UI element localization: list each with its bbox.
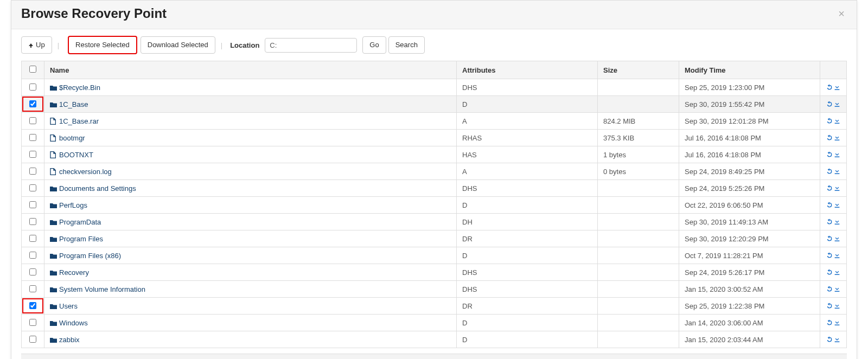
restore-icon[interactable] [826, 117, 833, 125]
folder-icon [50, 268, 58, 277]
restore-selected-button[interactable]: Restore Selected [68, 36, 137, 54]
download-icon[interactable] [833, 100, 841, 108]
restore-icon[interactable] [826, 151, 833, 159]
row-checkbox[interactable] [29, 134, 36, 141]
table-row: Program FilesDRSep 30, 2019 12:20:29 PM [22, 230, 847, 247]
download-icon[interactable] [833, 268, 841, 277]
row-name-text: BOOTNXT [59, 151, 93, 159]
restore-icon[interactable] [826, 168, 833, 176]
row-actions [820, 281, 847, 298]
row-checkbox[interactable] [29, 117, 36, 124]
row-name-link[interactable]: System Volume Information [50, 285, 145, 293]
download-icon[interactable] [833, 285, 841, 293]
restore-icon[interactable] [826, 201, 833, 209]
search-button[interactable]: Search [388, 36, 425, 54]
row-name-link[interactable]: $Recycle.Bin [50, 84, 100, 92]
row-checkbox[interactable] [29, 151, 36, 158]
row-name-text: Program Files (x86) [59, 252, 121, 260]
table-row: zabbixDJan 15, 2020 2:03:44 AM [22, 331, 847, 348]
row-checkbox[interactable] [29, 84, 36, 91]
row-name-link[interactable]: ProgramData [50, 218, 101, 226]
row-checkbox[interactable] [29, 268, 36, 275]
header-attributes[interactable]: Attributes [457, 61, 598, 79]
restore-icon[interactable] [826, 235, 833, 243]
restore-icon[interactable] [826, 100, 833, 108]
row-checkbox[interactable] [29, 100, 36, 107]
row-checkbox-cell [22, 163, 44, 180]
download-icon[interactable] [833, 235, 841, 243]
download-icon[interactable] [833, 336, 841, 344]
row-name-link[interactable]: Documents and Settings [50, 184, 136, 193]
restore-icon[interactable] [826, 184, 833, 193]
row-name-link[interactable]: PerfLogs [50, 201, 87, 209]
row-actions [820, 298, 847, 315]
header-modify-time[interactable]: Modify Time [679, 61, 820, 79]
row-name-cell: Program Files (x86) [44, 247, 457, 264]
restore-icon[interactable] [826, 319, 833, 327]
location-input[interactable] [265, 38, 357, 53]
row-checkbox-cell [22, 281, 44, 298]
download-icon[interactable] [833, 319, 841, 327]
download-icon[interactable] [833, 151, 841, 159]
row-checkbox[interactable] [29, 168, 36, 175]
header-name[interactable]: Name [44, 61, 457, 79]
row-checkbox[interactable] [29, 302, 36, 309]
restore-icon[interactable] [826, 302, 833, 310]
table-row: RecoveryDHSSep 24, 2019 5:26:17 PM [22, 264, 847, 281]
row-actions [820, 113, 847, 130]
restore-icon[interactable] [826, 336, 833, 344]
row-name-link[interactable]: Windows [50, 319, 88, 327]
close-button[interactable]: × [836, 8, 847, 20]
download-icon[interactable] [833, 134, 841, 142]
row-actions [820, 163, 847, 180]
row-name-cell: System Volume Information [44, 281, 457, 298]
row-modify-time: Sep 30, 2019 1:55:42 PM [679, 96, 820, 113]
row-checkbox[interactable] [29, 285, 36, 292]
file-table: Name Attributes Size Modify Time $Recycl… [21, 61, 847, 348]
row-attributes: DR [457, 230, 598, 247]
row-checkbox[interactable] [29, 218, 36, 225]
go-button[interactable]: Go [362, 36, 386, 54]
row-name-link[interactable]: checkversion.log [50, 168, 112, 176]
restore-icon[interactable] [826, 252, 833, 260]
row-checkbox[interactable] [29, 319, 36, 326]
download-icon[interactable] [833, 168, 841, 176]
row-name-link[interactable]: Users [50, 302, 78, 310]
row-name-link[interactable]: Program Files (x86) [50, 252, 121, 260]
row-name-link[interactable]: 1C_Base.rar [50, 117, 99, 125]
download-icon[interactable] [833, 201, 841, 209]
restore-icon[interactable] [826, 218, 833, 226]
row-checkbox[interactable] [29, 184, 36, 191]
up-button[interactable]: Up [21, 36, 52, 54]
row-name-link[interactable]: Program Files [50, 235, 103, 243]
row-name-link[interactable]: bootmgr [50, 134, 85, 142]
select-all-checkbox[interactable] [29, 66, 36, 73]
row-checkbox[interactable] [29, 336, 36, 343]
download-icon[interactable] [833, 252, 841, 260]
download-icon[interactable] [833, 218, 841, 226]
row-checkbox[interactable] [29, 252, 36, 259]
download-icon[interactable] [833, 84, 841, 92]
header-size[interactable]: Size [598, 61, 679, 79]
restore-icon[interactable] [826, 134, 833, 142]
row-name-link[interactable]: BOOTNXT [50, 151, 93, 159]
row-checkbox-cell [22, 331, 44, 348]
row-name-link[interactable]: zabbix [50, 336, 80, 344]
row-checkbox-cell [22, 180, 44, 197]
download-selected-button[interactable]: Download Selected [141, 36, 215, 54]
row-actions [820, 130, 847, 146]
download-icon[interactable] [833, 184, 841, 193]
row-size [598, 247, 679, 264]
restore-icon[interactable] [826, 268, 833, 277]
row-checkbox[interactable] [29, 201, 36, 208]
row-checkbox[interactable] [29, 235, 36, 242]
toolbar: Up | Restore Selected Download Selected … [11, 29, 857, 61]
row-name-link[interactable]: 1C_Base [50, 100, 88, 108]
restore-icon[interactable] [826, 84, 833, 92]
row-name-text: Recovery [59, 268, 89, 277]
restore-icon[interactable] [826, 285, 833, 293]
row-name-link[interactable]: Recovery [50, 268, 89, 277]
download-icon[interactable] [833, 302, 841, 310]
download-icon[interactable] [833, 117, 841, 125]
row-size [598, 230, 679, 247]
